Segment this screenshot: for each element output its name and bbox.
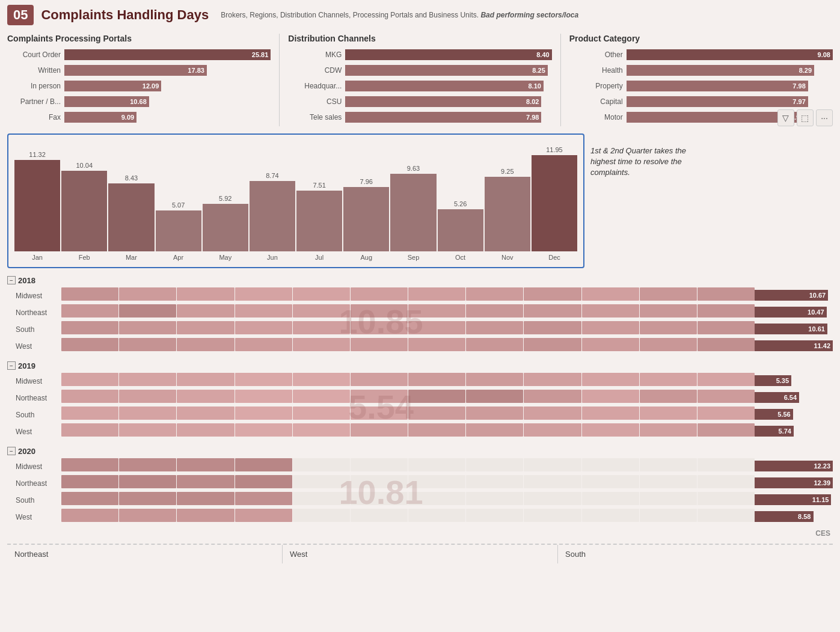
heatmap-cell [119,338,176,351]
heatmap-cell [408,423,465,437]
bar-container: 9.09 [64,112,271,123]
heatmap-cell [640,423,697,437]
month-col: 8.43Mar [108,174,154,261]
month-col: 5.26Oct [438,200,483,261]
year-block: −201810.85MidwestNortheastSouthWest10.67… [0,272,840,356]
right-bar-value: 12.23 [814,462,830,470]
bar-value: 8.25 [532,67,545,74]
month-value: 8.43 [125,174,138,182]
portals-title: Complaints Processing Portals [7,34,271,43]
month-value: 9.63 [407,165,420,172]
bar-row: MKG8.40 [288,48,551,61]
heatmap-cell [640,338,697,351]
bar-row: Property7.98 [569,79,833,93]
heatmap-cell [61,407,118,420]
heatmap-row [61,390,755,407]
filter-button[interactable]: ▽ [777,109,794,126]
heatmap-cell [119,492,176,505]
month-bar [296,191,342,251]
heatmap-cell [351,338,408,351]
right-bars: 5.356.545.565.74 [755,358,833,440]
bar-row: In person12.09 [7,79,271,93]
heatmap-cell [466,509,523,522]
heatmap-cell [640,390,697,403]
bar-fill: 25.81 [64,49,271,60]
heatmap-cell [466,390,523,403]
heatmap-cell [61,321,118,334]
bar-fill: 10.68 [64,96,149,107]
bar-label: Property [569,82,627,90]
more-button[interactable]: ··· [816,109,833,126]
heatmap-cell [582,407,639,420]
bottom-tab[interactable]: West [283,545,558,563]
year-sections: −201810.85MidwestNortheastSouthWest10.67… [0,272,840,539]
right-bar-value: 6.54 [784,394,797,401]
heatmap-cell [119,304,176,318]
heatmap-cell [524,390,581,403]
month-col: 5.92May [203,195,248,261]
year-toggle[interactable]: − [7,361,16,370]
right-bar-fill: 10.47 [755,307,827,318]
heatmap-cell [640,373,697,386]
heatmap-cell [235,492,292,505]
year-toggle[interactable]: − [7,447,16,455]
month-label: Apr [173,254,183,261]
heatmap-cell [582,492,639,505]
month-value: 11.32 [29,151,46,158]
heatmap-cell [293,390,350,403]
region-row: West [7,338,755,355]
heatmap-cell [408,458,465,471]
heatmap-cell [408,287,465,301]
heatmap-cell [293,338,350,351]
region-name: Northeast [7,479,61,488]
month-label: Sep [408,254,420,261]
bottom-tab[interactable]: South [558,545,833,563]
region-row: Midwest [7,373,755,390]
heatmap-cell [61,475,118,488]
month-label: Jul [315,254,323,261]
month-bar [485,177,530,251]
divider-2 [560,34,561,126]
bottom-tab[interactable]: Northeast [7,545,283,563]
region-rows: MidwestNortheastSouthWest [7,373,755,440]
year-label: 2018 [18,276,35,285]
bar-container: 10.68 [64,96,271,107]
heatmap-cell [351,304,408,318]
heatmap-row [61,475,755,492]
month-value: 5.92 [219,195,231,202]
month-label: Mar [126,254,137,261]
heatmap-cell [582,423,639,437]
bar-row: Partner / B...10.68 [7,95,271,108]
export-button[interactable]: ⬚ [797,109,814,126]
heatmap-cell [61,338,118,351]
bar-fill: 8.40 [345,49,551,60]
month-bar [532,155,577,251]
bar-label: Headquar... [288,82,345,90]
watermark-wrapper: 10.81MidwestNortheastSouthWest [7,458,755,526]
heatmap-cell [177,287,234,301]
heatmap-cell [466,287,523,301]
heatmap-cell [61,492,118,505]
right-bar-row: 5.74 [755,423,833,439]
right-bar-row: 11.42 [755,338,833,354]
bar-row: Tele sales7.98 [288,111,551,124]
right-bar-fill: 8.58 [755,511,814,522]
bar-label: Partner / B... [7,97,64,106]
heatmap-cell [177,475,234,488]
heatmap-cell [235,373,292,386]
right-bar-fill: 5.56 [755,409,793,420]
heatmap-cell [408,492,465,505]
heatmap-row [61,492,755,509]
region-row: West [7,509,755,526]
region-row: Northeast [7,390,755,407]
year-header: −2018 [7,273,755,287]
year-toggle[interactable]: − [7,276,16,284]
bar-value: 9.08 [818,51,830,58]
distribution-bars: MKG8.40CDW8.25Headquar...8.10CSU8.02Tele… [288,48,551,124]
bar-fill: 8.10 [345,81,544,91]
bar-label: Tele sales [288,113,345,121]
region-name: West [7,342,61,351]
region-name: Midwest [7,377,61,385]
heatmap-cell [408,321,465,334]
heatmap-cell [351,423,408,437]
